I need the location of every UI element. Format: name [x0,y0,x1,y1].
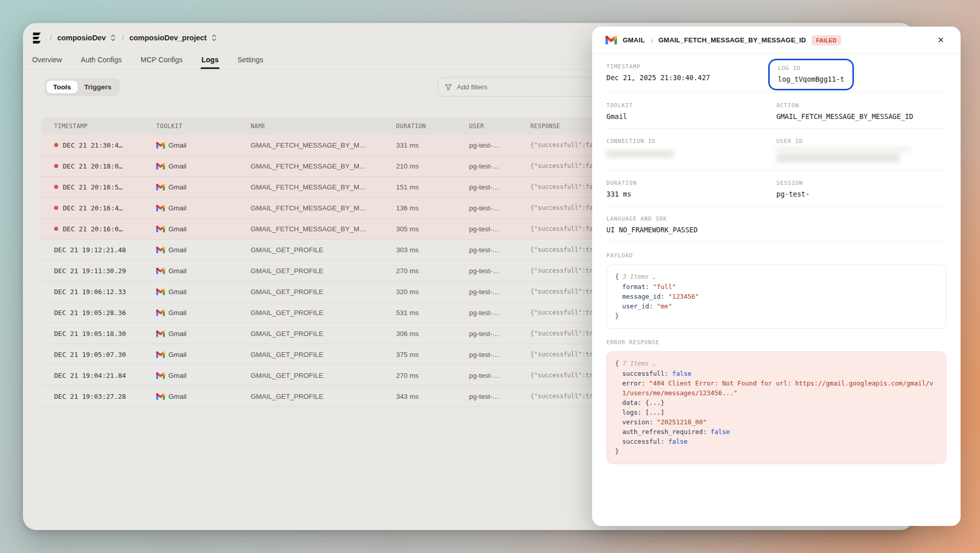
toggle-triggers[interactable]: Triggers [78,81,118,93]
redacted-value [776,147,910,152]
composio-logo-icon[interactable] [30,31,44,45]
close-icon[interactable]: ✕ [935,33,947,47]
row-timestamp: DEC 21 19:04:21.84 [54,372,156,379]
field-timestamp: TIMESTAMP Dec 21, 2025 21:30:40.427 [606,63,776,85]
row-user: pg-test-… [469,267,530,275]
row-timestamp: DEC 21 21:30:4… [54,141,156,149]
add-filters-input[interactable]: Add filters [438,77,602,97]
project-name: composioDev_project [129,34,207,42]
row-user: pg-test-… [469,393,530,400]
row-name: GMAIL_GET_PROFILE [251,351,396,358]
gmail-icon [156,372,165,379]
row-duration: 320 ms [396,288,469,296]
json-entry: message_id"123456" [615,292,938,301]
row-user: pg-test-… [469,246,530,254]
json-entry: successfullfalse [615,369,938,378]
redacted-value [606,150,674,158]
gmail-icon [156,142,165,149]
row-user: pg-test-… [469,141,530,149]
json-entry[interactable]: data{...} [615,398,938,407]
col-duration: DURATION [396,123,469,130]
view-toggle: Tools Triggers [45,78,119,96]
col-timestamp: TIMESTAMP [54,123,156,130]
row-duration: 270 ms [396,372,469,379]
gmail-icon [156,268,165,274]
row-timestamp: DEC 21 19:12:21.48 [54,246,156,254]
items-toggle[interactable]: 7 Items [623,360,656,367]
row-timestamp: DEC 21 19:03:27.28 [54,393,156,400]
items-toggle[interactable]: 3 Items [623,273,656,280]
field-row: TOOLKIT Gmail ACTION GMAIL_FETCH_MESSAGE… [606,93,946,129]
chevron-updown-icon [211,34,217,42]
tab-settings[interactable]: Settings [236,51,264,68]
row-user: pg-test-… [469,183,530,191]
gmail-icon [156,309,165,316]
field-row: DURATION 331 ms SESSION pg-test- [606,171,946,206]
add-filters-placeholder: Add filters [457,83,487,91]
json-entry[interactable]: logs[...] [615,407,938,417]
json-entry: successfulfalse [615,437,938,446]
tab-mcp-configs[interactable]: MCP Configs [140,51,184,68]
field-connection-id: CONNECTION ID [606,138,776,162]
gmail-icon [156,351,165,358]
json-entry: error"404 Client Error: Not Found for ur… [615,378,938,398]
row-duration: 210 ms [396,162,469,170]
field-row: LANGUAGE AND SDK UI NO_FRAMEWORK_PASSED [606,206,946,242]
gmail-icon [156,330,165,337]
project-selector[interactable]: composioDev_project [129,34,217,42]
field-log-id: LOG ID log_tVqomBgg11-t [776,63,946,85]
field-session: SESSION pg-test- [776,180,946,198]
field-toolkit: TOOLKIT Gmail [606,102,776,121]
json-entry: version"20251218_00" [615,417,938,427]
row-toolkit: Gmail [156,372,251,379]
row-name: GMAIL_GET_PROFILE [251,372,396,379]
breadcrumb-separator: / [50,34,52,42]
row-duration: 343 ms [396,393,469,400]
row-toolkit: Gmail [156,162,251,170]
json-entry: user_id"me" [615,301,938,311]
tab-overview[interactable]: Overview [31,51,63,68]
row-toolkit: Gmail [156,267,251,275]
row-name: GMAIL_GET_PROFILE [251,246,396,254]
log-detail-panel: GMAIL › GMAIL_FETCH_MESSAGE_BY_MESSAGE_I… [592,27,961,526]
filter-funnel-icon [445,83,452,91]
row-toolkit: Gmail [156,141,251,149]
chevron-updown-icon [110,34,116,42]
row-user: pg-test-… [469,162,530,170]
row-timestamp: DEC 21 19:06:12.33 [54,288,156,296]
row-user: pg-test-… [469,372,530,379]
row-timestamp: DEC 21 20:16:4… [54,204,156,212]
status-badge: FAILED [812,35,841,45]
row-toolkit: Gmail [156,246,251,254]
row-timestamp: DEC 21 19:11:30.29 [54,267,156,275]
row-timestamp: DEC 21 19:05:18.30 [54,330,156,338]
detail-toolkit: GMAIL [623,36,645,44]
gmail-icon [156,393,165,400]
row-toolkit: Gmail [156,330,251,338]
detail-header: GMAIL › GMAIL_FETCH_MESSAGE_BY_MESSAGE_I… [592,27,961,54]
field-user-id: USER ID [776,138,946,162]
row-name: GMAIL_GET_PROFILE [251,309,396,317]
row-toolkit: Gmail [156,351,251,358]
org-selector[interactable]: composioDev [57,34,116,42]
row-user: pg-test-… [469,288,530,296]
tab-logs[interactable]: Logs [201,51,219,68]
log-id-highlight[interactable]: LOG ID log_tVqomBgg11-t [768,59,854,90]
gmail-icon [605,36,617,44]
tab-auth-configs[interactable]: Auth Configs [80,51,122,68]
row-duration: 375 ms [396,351,469,358]
row-duration: 305 ms [396,225,469,233]
row-toolkit: Gmail [156,288,251,296]
field-duration: DURATION 331 ms [606,180,776,198]
row-name: GMAIL_FETCH_MESSAGE_BY_M… [251,162,396,170]
gmail-icon [156,184,165,190]
row-timestamp: DEC 21 20:18:0… [54,162,156,170]
row-user: pg-test-… [469,330,530,338]
gmail-icon [156,288,165,295]
payload-section: PAYLOAD { 3 Items format"full" message_i… [606,252,946,329]
toggle-tools[interactable]: Tools [46,81,78,93]
row-toolkit: Gmail [156,393,251,400]
json-entry: format"full" [615,282,938,292]
row-duration: 151 ms [396,183,469,191]
row-timestamp: DEC 21 20:16:0… [54,225,156,233]
